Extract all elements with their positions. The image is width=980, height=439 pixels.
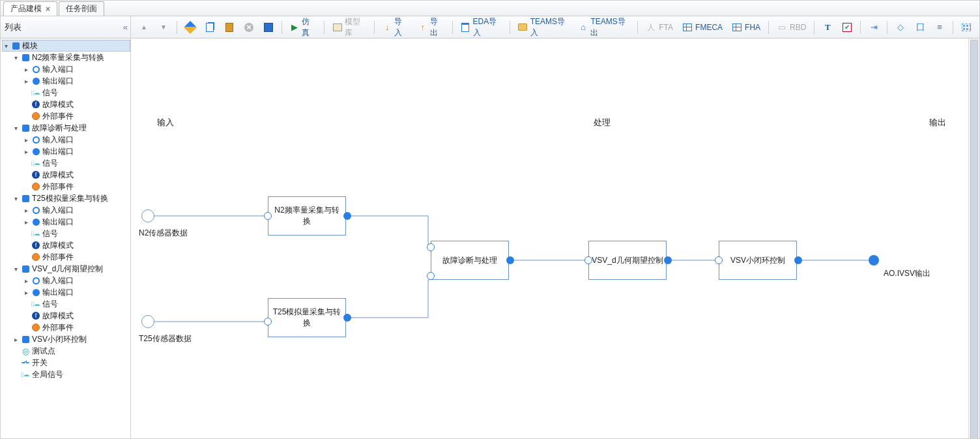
tree-in-port[interactable]: ▸输入端口 xyxy=(23,275,130,286)
block-t25-acquire[interactable]: T25模拟量采集与转换 xyxy=(268,298,346,337)
eda-import-button[interactable]: EDA导入 xyxy=(457,20,506,35)
tree-out-port[interactable]: ▸输出端口 xyxy=(23,145,130,157)
chevron-right-icon[interactable]: ▸ xyxy=(23,219,29,226)
block-out-port[interactable] xyxy=(343,212,351,220)
tree-fault-mode[interactable]: ·故障模式 xyxy=(23,169,130,181)
canvas-area[interactable]: 输入 处理 输出 N2传感器数据 T25传感器数据 xyxy=(131,38,979,438)
tree-signal[interactable]: ·信号 xyxy=(23,87,130,98)
tree-out-port[interactable]: ▸输出端口 xyxy=(23,216,130,228)
teams-import-button[interactable]: TEAMS导入 xyxy=(514,20,573,35)
tab-task-profile[interactable]: 任务剖面 xyxy=(59,1,104,16)
teams-export-button[interactable]: TEAMS导出 xyxy=(575,20,634,35)
out-port-icon xyxy=(31,217,40,226)
block-fault-diag[interactable]: 故障诊断与处理 xyxy=(431,241,509,280)
chevron-right-icon[interactable]: ▸ xyxy=(23,66,29,73)
tree-test-point[interactable]: · 测试点 xyxy=(12,345,130,357)
validate-button[interactable] xyxy=(838,20,856,35)
tree-ext-event[interactable]: ·外部事件 xyxy=(23,251,130,263)
chevron-down-icon[interactable]: ▾ xyxy=(12,54,19,61)
chevron-down-icon[interactable]: ▾ xyxy=(3,42,9,50)
block-in-port[interactable] xyxy=(584,256,592,264)
tree-fault-mode[interactable]: ·故障模式 xyxy=(23,239,130,251)
align-button[interactable] xyxy=(865,20,883,35)
input-port-n2[interactable] xyxy=(141,209,154,222)
chevron-right-icon[interactable]: ▸ xyxy=(23,289,29,296)
block-in-port[interactable] xyxy=(427,272,435,280)
simulate-button[interactable]: 仿真 xyxy=(286,20,321,35)
tree-ext-event[interactable]: ·外部事件 xyxy=(23,181,130,192)
node-label: 外部事件 xyxy=(42,322,74,333)
tree-module[interactable]: ▸ VSV小闭环控制 xyxy=(12,333,130,345)
tree-out-port[interactable]: ▸输出端口 xyxy=(23,286,130,298)
scrollbar-thumb[interactable] xyxy=(970,40,978,438)
chevron-right-icon[interactable]: ▸ xyxy=(23,78,29,85)
fmeca-button[interactable]: FMECA xyxy=(678,20,727,35)
button-label: TEAMS导入 xyxy=(530,16,569,38)
tree-signal[interactable]: ·信号 xyxy=(23,298,130,310)
tree-out-port[interactable]: ▸输出端口 xyxy=(23,75,130,87)
block-out-port[interactable] xyxy=(506,256,514,264)
chevron-right-icon[interactable]: ▸ xyxy=(23,148,29,155)
chevron-down-icon[interactable]: ▾ xyxy=(12,265,19,273)
tree-signal[interactable]: ·信号 xyxy=(23,228,130,239)
chevron-right-icon[interactable]: ▸ xyxy=(23,207,29,214)
fta-button[interactable]: FTA xyxy=(642,20,677,35)
export-button[interactable]: 导出 xyxy=(414,20,448,35)
chevron-down-icon[interactable]: ▾ xyxy=(12,195,19,202)
tree-in-port[interactable]: ▸输入端口 xyxy=(23,134,130,145)
tree-root-modules[interactable]: ▾ 模块 xyxy=(2,40,130,52)
block-out-port[interactable] xyxy=(343,314,351,322)
block-vsv-loop[interactable]: VSV小闭环控制 xyxy=(719,241,797,280)
edit-button[interactable] xyxy=(181,20,199,35)
sidebar-tree[interactable]: ▾ 模块 ▾ N2频率量采集与转换 ▸输入端口 ▸输出端口 ·信号 ·故障模式 … xyxy=(1,38,131,438)
fha-button[interactable]: FHA xyxy=(728,20,764,35)
block-out-port[interactable] xyxy=(664,256,672,264)
group-button[interactable] xyxy=(911,20,929,35)
output-port[interactable] xyxy=(869,255,879,265)
tree-in-port[interactable]: ▸输入端口 xyxy=(23,204,130,216)
tab-product-modeling[interactable]: 产品建模 × xyxy=(3,1,57,16)
block-n2-acquire[interactable]: N2频率量采集与转换 xyxy=(268,196,346,235)
tree-global-signal[interactable]: · 全局信号 xyxy=(12,369,130,380)
focus-button[interactable] xyxy=(891,20,910,35)
move-up-button[interactable] xyxy=(135,20,153,35)
close-icon[interactable]: × xyxy=(46,5,50,14)
block-in-port[interactable] xyxy=(715,256,723,264)
block-out-port[interactable] xyxy=(794,256,802,264)
tree-module[interactable]: ▾ T25模拟量采集与转换 xyxy=(12,192,130,204)
chevron-right-icon[interactable]: ▸ xyxy=(23,136,29,144)
rbd-button[interactable]: ▭RBD xyxy=(773,20,810,35)
chevron-right-icon[interactable]: ▸ xyxy=(12,336,19,343)
tree-module[interactable]: ▾ VSV_d几何期望控制 xyxy=(12,263,130,275)
text-tool-button[interactable] xyxy=(818,20,837,35)
move-down-button[interactable] xyxy=(154,20,173,35)
tree-signal[interactable]: ·信号 xyxy=(23,157,130,169)
tree-fault-mode[interactable]: ·故障模式 xyxy=(23,98,130,110)
chevron-down-icon[interactable]: ▾ xyxy=(12,125,19,132)
block-in-port[interactable] xyxy=(427,243,435,251)
tree-module[interactable]: ▾ N2频率量采集与转换 xyxy=(12,52,130,63)
tree-ext-event[interactable]: ·外部事件 xyxy=(23,322,130,333)
block-in-port[interactable] xyxy=(264,212,272,220)
grid-button[interactable] xyxy=(957,20,975,35)
tree-fault-mode[interactable]: ·故障模式 xyxy=(23,310,130,322)
tree-switch[interactable]: · 开关 xyxy=(12,357,130,369)
tree-module[interactable]: ▾ 故障诊断与处理 xyxy=(12,122,130,134)
tree-ext-event[interactable]: ·外部事件 xyxy=(23,110,130,122)
diagram-canvas[interactable]: 输入 处理 输出 N2传感器数据 T25传感器数据 xyxy=(131,38,972,438)
collapse-sidebar-icon[interactable]: « xyxy=(123,22,126,32)
import-button[interactable]: 导入 xyxy=(379,20,413,35)
delete-button[interactable] xyxy=(240,20,258,35)
block-vsv-d[interactable]: VSV_d几何期望控制 xyxy=(588,241,667,280)
distribute-h-button[interactable] xyxy=(930,20,949,35)
chevron-right-icon[interactable]: ▸ xyxy=(23,277,29,284)
save-button[interactable] xyxy=(259,20,278,35)
tree-in-port[interactable]: ▸输入端口 xyxy=(23,63,130,75)
model-lib-button[interactable]: 模型库 xyxy=(328,20,370,35)
paste-button[interactable] xyxy=(220,20,238,35)
block-in-port[interactable] xyxy=(264,318,272,325)
copy-button[interactable] xyxy=(201,20,219,35)
input-port-t25[interactable] xyxy=(141,315,154,328)
button-label: RBD xyxy=(790,23,806,32)
vertical-scrollbar[interactable] xyxy=(968,38,979,438)
